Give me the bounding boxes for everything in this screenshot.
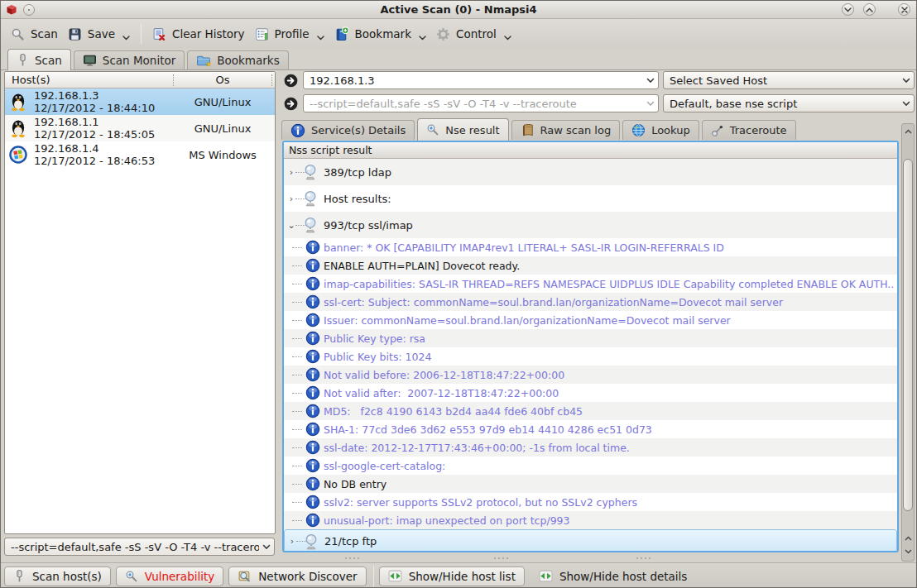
scrollbar-thumb[interactable] — [903, 159, 913, 511]
toolbar-button-label: Bookmark — [355, 27, 411, 41]
host-row[interactable]: 192.168.1.412/17/2012 - 18:46:53MS Windo… — [5, 141, 275, 168]
tab-label: Lookup — [651, 124, 690, 136]
chevron-down-icon — [646, 78, 655, 84]
tab-label: Scan Monitor — [103, 54, 175, 67]
tab-raw-scan-log[interactable]: Raw scan log — [511, 120, 621, 140]
chevron-down-small-icon — [419, 36, 426, 41]
maximize-button[interactable] — [863, 3, 876, 16]
tree-branch-line — [292, 247, 302, 248]
tree-script-row[interactable]: No DB entry — [284, 475, 897, 493]
tree-script-row[interactable]: ENABLE AUTH=PLAIN] Dovecot ready. — [284, 256, 897, 275]
tree-script-row[interactable]: ssl-cert: Subject: commonName=soul.brand… — [284, 293, 897, 311]
tree-script-row[interactable]: Public Key bits: 1024 — [284, 347, 897, 366]
tree-script-row[interactable]: sslv2: server supports SSLv2 protocol, b… — [284, 493, 897, 511]
host-list-panel: Host(s) Os 192.168.1.312/17/2012 - 18:44… — [4, 71, 276, 534]
tree-script-row[interactable]: unusual-port: imap unexpected on port tc… — [284, 511, 897, 529]
toolbar-button-control[interactable]: Control — [431, 22, 516, 46]
info-icon — [305, 240, 320, 255]
tree-script-row[interactable]: SHA-1: 77cd 3de6 3d62 e553 97d9 eb14 441… — [284, 420, 897, 438]
tree-port-row[interactable]: ›389/tcp ldap — [284, 159, 897, 185]
tab-label: Bookmarks — [217, 54, 279, 67]
traceroute-icon — [711, 124, 724, 137]
tree-script-text: banner: * OK [CAPABILITY IMAP4rev1 LITER… — [324, 241, 894, 254]
saved-host-combo[interactable]: Select Saved Host — [663, 71, 915, 89]
button-vulnerability[interactable]: Vulnerability — [116, 566, 223, 586]
tree-port-row[interactable]: ⌄993/tcp ssl/imap — [284, 212, 897, 238]
tab-scan-monitor[interactable]: Scan Monitor — [74, 50, 185, 69]
button-show-hide-host-details[interactable]: Show/Hide host details — [530, 566, 696, 586]
tab-label: Raw scan log — [540, 124, 612, 136]
nse-profile-value: Default, base nse script — [670, 98, 899, 110]
host-row[interactable]: 192.168.1.112/17/2012 - 18:45:05GNU/Linu… — [5, 115, 275, 141]
tree-script-row[interactable]: ssl-date: 2012-12-17T17:43:46+00:00; -1s… — [284, 438, 897, 457]
script-options-combo[interactable]: --script=default,safe -sS -sV -O -T4 -v … — [303, 94, 659, 112]
info-icon — [305, 294, 320, 309]
button-network-discover[interactable]: Network Discover — [228, 566, 366, 586]
os-column-header[interactable]: Os — [173, 72, 272, 88]
titlebar[interactable]: Active Scan (0) - Nmapsi4 — [1, 1, 916, 19]
run-script-button[interactable] — [284, 97, 298, 111]
close-icon[interactable] — [898, 3, 910, 16]
tree-branch-line — [292, 502, 302, 503]
toolbar-button-scan[interactable]: Scan — [6, 22, 63, 46]
target-host-combo[interactable]: 192.168.1.3 — [303, 71, 659, 89]
tree-script-text: No DB entry — [324, 478, 894, 490]
tree-script-row[interactable]: Public Key type: rsa — [284, 329, 897, 347]
tree-script-row[interactable]: Not valid before: 2006-12-18T18:47:22+00… — [284, 366, 897, 384]
vertical-scrollbar[interactable] — [901, 123, 915, 562]
tab-service-s-details[interactable]: Service(s) Details — [281, 120, 415, 140]
info-icon — [305, 385, 320, 400]
info-icon — [305, 331, 320, 346]
scroll-up-icon[interactable] — [902, 126, 914, 137]
splitter-handle[interactable] — [1, 556, 916, 561]
tree-script-row[interactable]: Issuer: commonName=soul.brand.lan/organi… — [284, 311, 897, 329]
orb-icon — [302, 189, 319, 208]
tab-lookup[interactable]: Lookup — [622, 120, 699, 140]
tab-traceroute[interactable]: Traceroute — [702, 120, 796, 140]
tree-port-label: 993/tcp ssl/imap — [324, 219, 894, 232]
toolbar-button-save[interactable]: Save — [63, 22, 135, 46]
toolbar-button-clear-history[interactable]: Clear History — [147, 22, 250, 46]
tree-script-text: sslv2: server supports SSLv2 protocol, b… — [324, 496, 894, 509]
button-scan-host-s[interactable]: Scan host(s) — [4, 566, 111, 586]
info-icon — [305, 495, 320, 509]
nmapsi4-window: Active Scan (0) - Nmapsi4 ScanSaveClear … — [0, 0, 917, 588]
tab-bookmarks[interactable]: ★Bookmarks — [187, 50, 288, 69]
tree-script-row[interactable]: banner: * OK [CAPABILITY IMAP4rev1 LITER… — [284, 238, 897, 256]
toggle-green-icon — [388, 570, 402, 582]
tree-script-row[interactable]: MD5: f2c8 4190 6143 b2d4 aa44 fde6 40bf … — [284, 402, 897, 420]
tree-script-row[interactable]: ssl-google-cert-catalog: — [284, 457, 897, 475]
run-arrow-icon — [284, 97, 298, 111]
info-icon — [305, 349, 320, 364]
tree-header[interactable]: Nss script result — [284, 142, 897, 159]
tree-script-text: Not valid after: 2007-12-18T18:47:22+00:… — [324, 387, 894, 399]
run-host-button[interactable] — [284, 74, 298, 88]
tab-nse-result[interactable]: Nse result — [417, 118, 508, 141]
button-show-hide-host-list[interactable]: Show/Hide host list — [379, 566, 525, 586]
tree-script-text: SHA-1: 77cd 3de6 3d62 e553 97d9 eb14 441… — [324, 423, 894, 436]
tree-port-row[interactable]: ›21/tcp ftp — [284, 529, 897, 552]
hosts-column-header[interactable]: Host(s) — [5, 74, 50, 86]
target-host-value: 192.168.1.3 — [310, 74, 643, 87]
tree-script-text: Not valid before: 2006-12-18T18:47:22+00… — [324, 369, 894, 381]
host-row[interactable]: 192.168.1.312/17/2012 - 18:44:10GNU/Linu… — [5, 88, 275, 115]
globe-icon — [631, 123, 646, 137]
linux-icon — [9, 118, 27, 138]
host-info: 192.168.1.112/17/2012 - 18:45:05 — [34, 116, 155, 141]
toolbar-button-profile[interactable]: Profile — [250, 22, 329, 46]
minimize-button[interactable] — [842, 3, 854, 16]
tree-port-label: Host results: — [324, 193, 894, 205]
parameters-combo[interactable]: --script=default,safe -sS -sV -O -T4 -v … — [4, 538, 275, 556]
magnifier-plus-icon — [426, 123, 439, 136]
linux-icon — [9, 92, 27, 112]
tree-port-row[interactable]: ›Host results: — [284, 185, 897, 212]
nse-profile-combo[interactable]: Default, base nse script — [663, 94, 915, 112]
svg-text:★: ★ — [206, 60, 211, 67]
tree-script-row[interactable]: imap-capabilities: SASL-IR THREAD=REFS N… — [284, 275, 897, 293]
tree-script-row[interactable]: Not valid after: 2007-12-18T18:47:22+00:… — [284, 384, 897, 402]
tab-scan[interactable]: Scan — [7, 49, 71, 70]
scroll-up-icon[interactable] — [902, 533, 914, 544]
tree-branch-line — [292, 429, 302, 430]
info-icon — [305, 513, 320, 528]
toolbar-button-bookmark[interactable]: Bookmark — [329, 22, 431, 46]
